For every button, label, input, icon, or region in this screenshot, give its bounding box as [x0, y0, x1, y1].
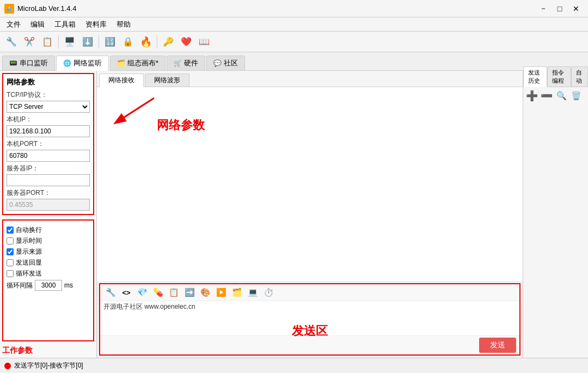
loop-interval-row: 循环间隔 ms	[7, 280, 90, 291]
work-params-bottom-label: 工作参数	[2, 346, 94, 356]
far-right-tab-history[interactable]: 发送历史	[523, 66, 547, 87]
tb-key[interactable]: 🔑	[160, 34, 176, 50]
show-source-checkbox[interactable]	[7, 248, 14, 255]
tab-community[interactable]: 💬 社区	[206, 56, 245, 70]
app-title: MicroLab Ver.1.4.4	[17, 4, 76, 13]
tb-new[interactable]: 🔧	[3, 34, 20, 50]
remove-history-button[interactable]: ➖	[540, 89, 553, 102]
inner-tab-waveform[interactable]: 网络波形	[145, 74, 189, 87]
send-tb-timer[interactable]: ⏱️	[261, 286, 275, 299]
send-tb-copy[interactable]: 📋	[167, 286, 181, 299]
send-tb-run[interactable]: ▶️	[214, 286, 228, 299]
menu-library[interactable]: 资料库	[81, 19, 111, 30]
send-textarea[interactable]	[100, 301, 519, 334]
tb-monitor[interactable]: 🖥️	[62, 34, 78, 50]
send-echo-label: 发送回显	[16, 258, 42, 267]
network-params-panel: 网络参数 TCP/IP协议： TCP Server TCP Client UDP…	[2, 73, 94, 215]
toolbar-sep-1	[58, 35, 59, 48]
title-bar: 🔬 MicroLab Ver.1.4.4 － □ ✕	[0, 0, 588, 17]
server-ip-label: 服务器IP：	[7, 164, 90, 173]
community-tab-label: 社区	[224, 58, 238, 68]
canvas-tab-label: 组态画布*	[127, 58, 158, 68]
loop-send-label: 循环发送	[16, 269, 42, 278]
far-right-tab-command-label: 指令编程	[552, 69, 564, 84]
send-echo-row: 发送回显	[7, 258, 90, 267]
network-tab-icon: 🌐	[63, 59, 71, 67]
main-content: 网络参数 TCP/IP协议： TCP Server TCP Client UDP…	[0, 71, 588, 358]
auto-newline-checkbox[interactable]	[7, 227, 14, 234]
hardware-tab-label: 硬件	[184, 58, 198, 68]
send-tb-color[interactable]: 🎨	[198, 286, 212, 299]
tab-hardware[interactable]: 🛒 硬件	[167, 56, 205, 70]
right-panel: 网络接收 网络波形 网络参数 🔧 <>	[97, 71, 523, 358]
network-params-annotation: 网络参数	[157, 117, 205, 133]
tab-serial[interactable]: 📟 串口监听	[2, 56, 55, 70]
tb-lock[interactable]: 🔒	[120, 34, 136, 50]
community-tab-icon: 💬	[213, 59, 222, 67]
send-tb-settings[interactable]: 🔧	[103, 286, 118, 299]
tb-heart[interactable]: ❤️	[178, 34, 194, 50]
loop-interval-input[interactable]	[35, 280, 62, 291]
inner-tab-receive[interactable]: 网络接收	[99, 74, 144, 87]
toolbar: 🔧 ✂️ 📋 🖥️ ⬇️ 🔢 🔒 🔥 🔑 ❤️ 📖	[0, 32, 588, 52]
toolbar-sep-3	[157, 35, 157, 48]
send-tb-pill[interactable]: 💊	[151, 286, 165, 299]
tb-download[interactable]: ⬇️	[79, 34, 96, 50]
tb-fire[interactable]: 🔥	[138, 34, 154, 50]
far-right-tab-history-label: 发送历史	[528, 69, 540, 84]
tb-paste[interactable]: 📋	[39, 34, 56, 50]
menu-bar: 文件 编辑 工具箱 资料库 帮助	[0, 17, 588, 32]
inner-tab-waveform-label: 网络波形	[154, 76, 180, 84]
status-indicator	[4, 363, 11, 369]
send-tb-code[interactable]: <>	[119, 286, 133, 299]
inner-tab-bar: 网络接收 网络波形	[97, 71, 523, 87]
far-right-tab-auto-label: 自动	[576, 69, 582, 84]
show-time-label: 显示时间	[16, 236, 42, 246]
minimize-button[interactable]: －	[536, 3, 551, 15]
protocol-select[interactable]: TCP Server TCP Client UDP	[7, 101, 90, 113]
tab-network[interactable]: 🌐 网络监听	[56, 56, 109, 71]
main-tab-bar: 📟 串口监听 🌐 网络监听 🗂️ 组态画布* 🛒 硬件 💬 社区	[0, 52, 588, 71]
show-time-checkbox[interactable]	[7, 237, 14, 244]
send-tb-send-arrow[interactable]: ➡️	[182, 286, 197, 299]
loop-interval-unit: ms	[64, 282, 73, 289]
menu-edit[interactable]: 编辑	[26, 19, 49, 30]
serial-tab-label: 串口监听	[20, 58, 48, 68]
menu-file[interactable]: 文件	[2, 19, 25, 30]
maximize-button[interactable]: □	[552, 3, 567, 15]
tb-calc[interactable]: 🔢	[102, 34, 118, 50]
send-echo-checkbox[interactable]	[7, 259, 14, 266]
serial-tab-icon: 📟	[9, 59, 17, 67]
hardware-tab-icon: 🛒	[174, 59, 182, 67]
tb-book[interactable]: 📖	[196, 34, 212, 50]
display-area: 网络参数	[97, 87, 523, 281]
local-ip-label: 本机IP：	[7, 115, 90, 124]
tab-canvas[interactable]: 🗂️ 组态画布*	[110, 56, 166, 70]
work-params-panel: 自动换行 显示时间 显示来源 发送回显 循环发送 循环间隔 ms	[2, 219, 94, 341]
local-port-input[interactable]	[7, 150, 90, 162]
canvas-tab-icon: 🗂️	[117, 59, 125, 67]
far-right-tab-command[interactable]: 指令编程	[547, 66, 571, 87]
tb-cut[interactable]: ✂️	[21, 34, 38, 50]
server-ip-input[interactable]	[7, 174, 90, 186]
send-tb-computer[interactable]: 💻	[246, 286, 260, 299]
server-port-input[interactable]	[7, 199, 90, 211]
status-bar: 发送字节[0]-接收字节[0]	[0, 358, 588, 373]
send-tb-folder[interactable]: 🗂️	[230, 286, 244, 299]
show-source-row: 显示来源	[7, 247, 90, 256]
clear-history-button[interactable]: 🗑️	[569, 89, 583, 102]
send-button[interactable]: 发送	[479, 338, 516, 353]
search-history-button[interactable]: 🔍	[555, 89, 568, 102]
app-icon: 🔬	[4, 4, 14, 14]
status-text: 发送字节[0]-接收字节[0]	[14, 361, 83, 370]
local-ip-input[interactable]	[7, 125, 90, 137]
close-button[interactable]: ✕	[568, 3, 584, 15]
far-right-tabs: 发送历史 指令编程 自动	[523, 71, 588, 87]
far-right-tab-auto[interactable]: 自动	[571, 66, 588, 87]
menu-help[interactable]: 帮助	[112, 19, 135, 30]
menu-tools[interactable]: 工具箱	[50, 19, 80, 30]
add-history-button[interactable]: ➕	[525, 89, 538, 102]
loop-interval-label: 循环间隔	[7, 281, 33, 290]
send-tb-gem[interactable]: 💎	[135, 286, 149, 299]
loop-send-checkbox[interactable]	[7, 270, 14, 277]
